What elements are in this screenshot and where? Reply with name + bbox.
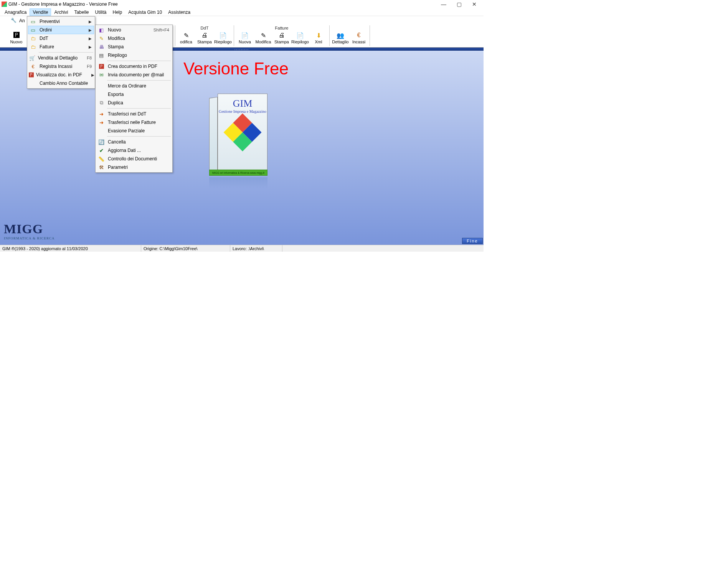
toolbar-dettaglio[interactable]: 👥Dettaglio — [331, 31, 350, 45]
minimize-button[interactable]: — — [436, 0, 451, 8]
status-workdir: Lavoro: .\Archivi\ — [230, 245, 282, 252]
menu-assistenza[interactable]: Assistenza — [165, 8, 193, 16]
sub-duplica[interactable]: ⧉ Duplica — [96, 99, 172, 107]
menu-ddt[interactable]: 🗀 DdT▶ — [28, 34, 94, 43]
sub-trasf-ddt[interactable]: ➜ Trasferisci nei DdT — [96, 110, 172, 118]
toolbar-group-preventivi: 🅿Nuovo — [3, 25, 30, 46]
vendite-dropdown: ▭ Preventivi▶ ▭ Ordini▶ 🗀 DdT▶ 🗀 Fatture… — [27, 16, 95, 89]
tools-icon: 🛠 — [97, 164, 106, 171]
blank-icon — [97, 91, 106, 98]
toolbar-fat-stampa[interactable]: 🖨Stampa — [272, 31, 291, 45]
group-header-ddt: DdT — [201, 25, 209, 31]
group-header-fatture: Fatture — [275, 25, 289, 31]
quick-label: An — [19, 18, 25, 23]
status-bar: GIM ®(1993 - 2020) aggiornato al 11/03/2… — [0, 245, 484, 252]
toolbar-fat-nuova[interactable]: 📄Nuova — [236, 31, 254, 45]
close-button[interactable]: ✕ — [467, 0, 482, 8]
status-origin: Origine: C:\Migg\Gim10Free\ — [141, 245, 230, 252]
brand-tagline: INFORMATICA & RICERCA — [4, 236, 55, 240]
window-title: GIM - Gestione Impresa e Magazzino - Ver… — [8, 2, 118, 7]
menu-vendite[interactable]: Vendite — [30, 8, 51, 16]
menu-acquista[interactable]: Acquista Gim 10 — [125, 8, 165, 16]
folder-icon: 🗀 — [29, 43, 37, 50]
new-icon: ◧ — [97, 26, 106, 33]
status-version: GIM ®(1993 - 2020) aggiornato al 11/03/2… — [0, 245, 141, 252]
toolbar-ddt-modifica[interactable]: ✎odifica — [177, 31, 195, 45]
pdf-icon: 🅿 — [97, 63, 106, 70]
title-bar: GIM - Gestione Impresa e Magazzino - Ver… — [0, 0, 484, 8]
pdf-icon: 🅿 — [29, 71, 34, 78]
menu-preventivi[interactable]: ▭ Preventivi▶ — [28, 17, 94, 26]
folder-icon: 🗀 — [29, 35, 37, 42]
menu-utilita[interactable]: Utilità — [92, 8, 109, 16]
sub-esporta[interactable]: Esporta — [96, 90, 172, 99]
toolbar-group-ddt: DdT ✎odifica 🖨Stampa 📄Riepilogo — [175, 25, 234, 46]
wallet-icon: € — [29, 63, 37, 70]
sub-cancella[interactable]: 🔄 Cancella — [96, 138, 172, 146]
document-icon: ▭ — [29, 18, 37, 25]
toolbar-fat-xml[interactable]: ⬇Xml — [309, 31, 328, 45]
menu-visualizza-pdf[interactable]: 🅿 Visualizza doc. in PDF▶ — [28, 71, 94, 79]
brand-logo: MIGG INFORMATICA & RICERCA — [4, 222, 55, 240]
toolbar-incassi[interactable]: €Incassi — [350, 31, 368, 45]
delete-icon: 🔄 — [97, 139, 106, 145]
sub-riepilogo[interactable]: ▤ Riepilogo — [96, 51, 172, 59]
mail-icon: ✉ — [97, 71, 106, 78]
maximize-button[interactable]: ▢ — [451, 0, 467, 8]
sub-invia-mail[interactable]: ✉ Invia documento per @mail — [96, 71, 172, 79]
sub-aggiorna[interactable]: ✔ Aggiorna Dati ... — [96, 146, 172, 155]
toolbar-ddt-riepilogo[interactable]: 📄Riepilogo — [214, 31, 232, 45]
sub-stampa[interactable]: 🖶 Stampa — [96, 43, 172, 51]
check-icon: ✔ — [97, 147, 106, 154]
toolbar-group-fatture: Fatture 📄Nuova ✎Modifica 🖨Stampa 📄Riepil… — [234, 25, 330, 46]
menu-vendita-dettaglio[interactable]: 🛒 Vendita al DettaglioF8 — [28, 54, 94, 62]
app-icon — [2, 2, 7, 7]
toolbar-ddt-stampa[interactable]: 🖨Stampa — [195, 31, 214, 45]
toolbar-group-misc: 👥Dettaglio €Incassi — [330, 25, 370, 46]
document-icon: ▭ — [29, 26, 37, 33]
brand-name: MIGG — [4, 222, 55, 236]
sub-nuovo[interactable]: ◧ NuovoShift+F4 — [96, 26, 172, 34]
ruler-icon: 📏 — [97, 155, 106, 162]
sub-crea-pdf[interactable]: 🅿 Crea documento in PDF — [96, 62, 172, 71]
menu-archivi[interactable]: Archivi — [51, 8, 71, 16]
summary-icon: ▤ — [97, 52, 106, 59]
blank-icon — [29, 80, 37, 87]
menu-fatture[interactable]: 🗀 Fatture▶ — [28, 43, 94, 51]
cart-icon: 🛒 — [29, 54, 36, 61]
sub-parametri[interactable]: 🛠 Parametri — [96, 163, 172, 172]
box-footer: MIGG srl Informatica & Ricerca www.migg.… — [209, 170, 267, 176]
blank-icon — [97, 127, 106, 134]
sub-evasione[interactable]: Evasione Parziale — [96, 127, 172, 135]
toolbar-fat-riepilogo[interactable]: 📄Riepilogo — [291, 31, 309, 45]
menu-bar: Anagrafica Vendite Archivi Tabelle Utili… — [0, 8, 484, 16]
quick-icon[interactable]: 🔧 — [11, 18, 17, 24]
box-subtitle: Gestione Impresa e Magazzino — [219, 109, 266, 114]
headline: Versione Free — [183, 59, 289, 78]
ordini-submenu: ◧ NuovoShift+F4 ✎ Modifica 🖶 Stampa ▤ Ri… — [95, 25, 173, 173]
menu-tabelle[interactable]: Tabelle — [71, 8, 92, 16]
sub-modifica[interactable]: ✎ Modifica — [96, 34, 172, 43]
fine-button[interactable]: Fine — [462, 238, 483, 244]
toolbar-nuovo-prev[interactable]: 🅿Nuovo — [7, 31, 26, 45]
menu-cambio-anno[interactable]: Cambio Anno Contabile — [28, 79, 94, 87]
transfer-icon: ➜ — [97, 110, 106, 117]
edit-icon: ✎ — [97, 35, 106, 42]
menu-registra-incassi[interactable]: € Registra IncassiF9 — [28, 62, 94, 71]
transfer-icon: ➜ — [97, 119, 106, 126]
sub-merce-ordinare[interactable]: Merce da Ordinare — [96, 82, 172, 90]
menu-anagrafica[interactable]: Anagrafica — [2, 8, 30, 16]
product-box-art: GIM Gestione Impresa e Magazzino MIGG sr… — [209, 94, 274, 178]
sub-trasf-fatture[interactable]: ➜ Trasferisci nelle Fatture — [96, 118, 172, 127]
menu-ordini[interactable]: ▭ Ordini▶ — [28, 26, 94, 34]
menu-help[interactable]: Help — [109, 8, 125, 16]
print-icon: 🖶 — [97, 43, 106, 50]
toolbar-fat-modifica[interactable]: ✎Modifica — [254, 31, 272, 45]
blank-icon — [97, 82, 106, 89]
sub-controllo[interactable]: 📏 Controllo dei Documenti — [96, 155, 172, 163]
box-title: GIM — [233, 98, 253, 109]
duplicate-icon: ⧉ — [97, 99, 106, 106]
